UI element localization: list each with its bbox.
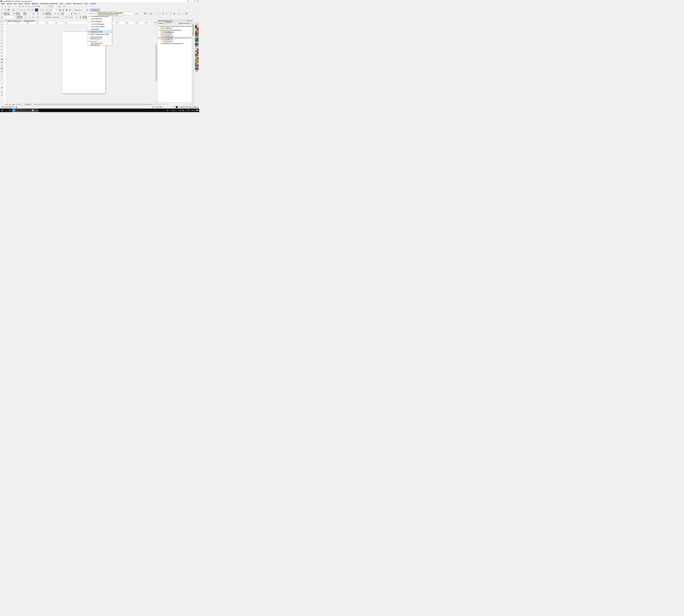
docker-more[interactable]: Дополнительно... <box>179 22 191 24</box>
transparency-tool[interactable]: ▨ <box>0 61 3 64</box>
tree-row[interactable]: GlobalMacros <box>158 35 191 37</box>
font-size-select[interactable]: 12 п.▾ <box>135 12 142 15</box>
import-icon[interactable]: ⇥ <box>38 8 41 12</box>
publish-icon[interactable]: ⎙ <box>46 8 49 12</box>
freehand-tool[interactable]: 〰 <box>0 32 3 35</box>
tray-icon-4[interactable]: ☁ <box>175 110 176 111</box>
grid-icon[interactable]: ⊞ <box>74 12 76 15</box>
color-swatch[interactable] <box>195 49 197 50</box>
redo-icon[interactable]: ↷▾ <box>30 8 33 12</box>
fullscreen-icon[interactable]: ▣ <box>59 8 62 12</box>
color-swatch[interactable] <box>195 45 197 47</box>
color-swatch[interactable] <box>195 40 197 42</box>
text-opts-icon[interactable]: Aᵢ <box>169 12 173 15</box>
launch-dropdown[interactable]: ▣Запуск <box>90 8 100 12</box>
pos-x[interactable] <box>4 12 11 14</box>
underline-button[interactable]: U <box>150 12 153 15</box>
popup-item-corel-photo-paint[interactable]: ●Corel PHOTO-PAINT <box>87 25 112 28</box>
artistic-tool[interactable]: ✎ <box>0 36 3 38</box>
color-swatch[interactable] <box>196 70 198 72</box>
crop-tool[interactable]: ✂ <box>0 26 3 29</box>
color-swatch[interactable] <box>195 68 197 70</box>
menu-object[interactable]: Объект <box>24 3 31 4</box>
edit-text-icon[interactable]: ab <box>173 12 176 15</box>
color-swatch[interactable] <box>195 43 197 45</box>
color-swatch[interactable] <box>195 25 197 27</box>
taskview-button[interactable]: ⧉ <box>8 109 12 112</box>
color-swatch[interactable] <box>197 47 199 49</box>
task-app-4[interactable]: ● <box>23 109 27 112</box>
menu-text[interactable]: Текст <box>59 3 64 4</box>
docker-load[interactable]: Загрузить... <box>165 22 173 25</box>
cut-icon[interactable]: ✂ <box>16 8 19 12</box>
color-swatch[interactable] <box>197 43 199 45</box>
color-swatch[interactable] <box>195 27 197 29</box>
status-next-icon[interactable]: ▶ <box>16 106 17 108</box>
page-w[interactable] <box>17 16 24 17</box>
zoom-input[interactable] <box>49 9 55 11</box>
color-swatch[interactable] <box>197 50 199 52</box>
color-swatch[interactable] <box>195 36 197 38</box>
cen-y[interactable] <box>45 14 52 15</box>
tree-row[interactable]: VSTAGlobal <box>158 27 191 29</box>
nudge-y-input[interactable] <box>49 5 56 8</box>
align-text-icon[interactable]: ≡ <box>154 12 157 15</box>
task-app-1[interactable]: ▣ <box>12 109 16 112</box>
star-icon[interactable]: ☆ <box>181 12 184 15</box>
popup-item-coreldraw[interactable]: ◯CorelDRAW <box>87 28 112 30</box>
distribute-v-icon[interactable]: ⋯ <box>14 5 17 8</box>
tray-battery-icon[interactable]: ▯ <box>185 110 186 111</box>
color-swatch[interactable] <box>195 58 197 59</box>
popup-item-corel-connect[interactable]: ◧Corel CONNECT <box>87 20 112 23</box>
icon-c[interactable]: ◫ <box>25 5 28 8</box>
menu-window[interactable]: Окно <box>84 3 89 4</box>
show-guides-icon[interactable]: ▥ <box>68 8 71 12</box>
transform-icon[interactable]: ⬈ <box>63 5 66 8</box>
menu-effects[interactable]: Эффекты <box>31 3 40 4</box>
color-swatch[interactable] <box>197 49 199 50</box>
record-icon[interactable]: ● <box>163 103 165 105</box>
color-swatch[interactable] <box>197 54 199 56</box>
first-page[interactable]: ⏮ <box>6 104 8 105</box>
color-swatch[interactable] <box>197 65 199 66</box>
icon-d[interactable]: ◫ <box>28 5 31 8</box>
next-page[interactable]: ▶ <box>16 104 18 105</box>
search-icon[interactable]: ✦ <box>35 8 38 12</box>
tree-row[interactable]: RLaserV6 <box>158 41 191 43</box>
no-color-swatch-2[interactable] <box>197 24 199 25</box>
fill-indicator[interactable]: Нет <box>155 106 162 108</box>
popup-item--cm4-[interactable]: ▦Вырезать (CM4) <box>87 30 112 33</box>
docker-create[interactable]: Создать <box>158 22 164 24</box>
prev-page[interactable]: ◀ <box>8 104 10 105</box>
undo-icon[interactable]: ↶▾ <box>27 8 30 12</box>
tab-welcome[interactable]: 🏠Экран приветствия <box>4 20 22 22</box>
dup-offset-icon[interactable]: ⧉ <box>79 16 82 19</box>
menu-layout[interactable]: Макет <box>18 3 24 4</box>
tree-row[interactable]: CutPlotCM4 <box>158 33 191 35</box>
ruler-horizontal[interactable]: миллиметры 05010015020025030085090095010… <box>4 22 157 24</box>
off-x[interactable] <box>16 12 23 14</box>
nudgedist-icon[interactable]: ✥ <box>65 16 68 19</box>
color-swatch[interactable] <box>197 66 199 68</box>
rotation-input[interactable] <box>35 13 41 15</box>
menu-view[interactable]: Вид <box>13 3 18 4</box>
color-swatch[interactable] <box>197 29 199 31</box>
mirror-v-icon[interactable]: ⇵ <box>57 12 60 15</box>
delete-macro-icon[interactable]: 🗑 <box>189 103 191 105</box>
sk-x[interactable] <box>62 12 69 14</box>
color-swatch[interactable] <box>195 29 197 31</box>
color-swatch[interactable] <box>195 59 197 61</box>
step-icon[interactable]: ⏯ <box>161 103 163 105</box>
color-swatch[interactable] <box>197 63 199 65</box>
glyph-style-button[interactable]: O <box>185 12 188 15</box>
export-icon[interactable]: ⇤ <box>42 8 45 12</box>
color-swatch[interactable] <box>197 35 199 36</box>
docker-expand-icon[interactable]: ▸▸ <box>187 20 189 22</box>
color-swatch[interactable] <box>197 32 199 35</box>
add-tool[interactable]: ⊕ <box>0 82 3 85</box>
snap-dropdown[interactable]: Привязать к▾ <box>73 8 84 12</box>
zoom-tool[interactable]: 🔍 <box>0 29 3 32</box>
show-rulers-icon[interactable]: ▤ <box>62 8 65 12</box>
color-swatch[interactable] <box>195 56 197 58</box>
last-page[interactable]: ⏭ <box>19 104 20 105</box>
